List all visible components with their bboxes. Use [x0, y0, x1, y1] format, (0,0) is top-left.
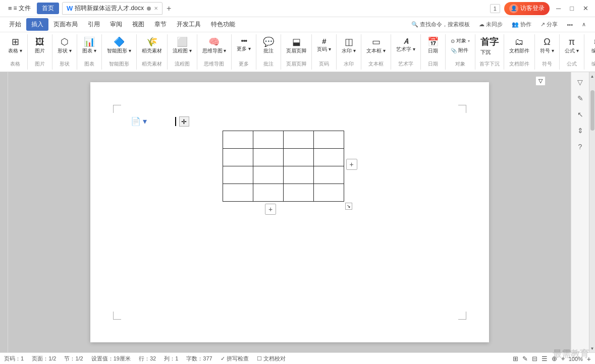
view-normal-icon[interactable]: ⊞ — [513, 355, 518, 362]
collapse-ribbon-btn[interactable]: ∧ — [579, 20, 589, 29]
more-ribbon-btn[interactable]: ••• — [564, 21, 576, 29]
section-info: 节：1/2 — [64, 355, 83, 362]
vertical-scrollbar[interactable]: ▲ ▼ — [589, 72, 595, 352]
scroll-track[interactable] — [589, 80, 595, 344]
spell-check[interactable]: ✓ 拼写检查 — [221, 355, 249, 362]
view-list-icon[interactable]: ☰ — [542, 355, 548, 362]
table-cell[interactable] — [283, 166, 313, 184]
table-cell[interactable] — [313, 149, 344, 166]
search-command-btn[interactable]: 🔍 查找命令，搜索模板 — [408, 20, 473, 29]
file-menu[interactable]: ≡ ≡ 文件 — [4, 3, 35, 14]
insert-textbox-btn[interactable]: ▭ 文本框 ▾ — [364, 36, 388, 55]
collaborate-btn[interactable]: 👥 协作 — [509, 20, 534, 29]
sync-btn[interactable]: ☁ 未同步 — [476, 20, 506, 29]
table-cell[interactable] — [313, 166, 344, 184]
insert-docpart-btn[interactable]: 🗂 文档部件 — [507, 36, 531, 55]
login-button[interactable]: 👤 访客登录 — [504, 2, 550, 15]
table-cell[interactable] — [253, 166, 283, 184]
table-cell[interactable] — [223, 131, 253, 149]
table-resize-handle[interactable]: ↘ — [345, 203, 352, 210]
table-cell[interactable] — [313, 131, 344, 149]
insert-object-btn[interactable]: ⊙ 对象 ▾ — [449, 36, 472, 45]
new-tab-button[interactable]: + — [165, 4, 173, 13]
position-info: 设置值：19厘米 — [91, 355, 131, 362]
status-bar: 页码：1 页面：1/2 节：1/2 设置值：19厘米 行：32 列：1 字数：3… — [0, 352, 595, 364]
insert-annotation-btn[interactable]: 💬 批注 — [259, 36, 278, 55]
close-button[interactable]: ✕ — [580, 5, 591, 12]
table-move-handle[interactable]: ✛ — [179, 116, 189, 127]
tab-layout[interactable]: 页面布局 — [48, 18, 83, 31]
document-table[interactable] — [223, 131, 344, 202]
scroll-thumb[interactable] — [590, 90, 594, 131]
table-add-column-btn[interactable]: + — [346, 159, 357, 170]
insert-attachment-btn[interactable]: 📎 附件 — [449, 46, 472, 55]
tab-review[interactable]: 审阅 — [105, 18, 127, 31]
tab-unsaved-dot — [147, 7, 151, 11]
group-textbox-label: 文本框 — [368, 60, 384, 69]
doc-match[interactable]: ☐ 文档校对 — [257, 355, 286, 362]
date-icon: 📅 — [427, 37, 439, 46]
tab-insert[interactable]: 插入 — [26, 18, 48, 31]
table-row — [223, 166, 344, 184]
insert-date-btn[interactable]: 📅 日期 — [424, 36, 442, 55]
group-chart-label: 图表 — [84, 60, 94, 69]
sidebar-cursor-btn[interactable]: ↖ — [573, 107, 587, 122]
insert-table-btn[interactable]: ⊞ 表格 ▾ — [6, 36, 24, 55]
table-cell[interactable] — [283, 131, 313, 149]
table-cell[interactable] — [313, 184, 344, 202]
sync-label: 未同步 — [486, 21, 503, 28]
ribbon-tabs: 开始 插入 页面布局 引用 审阅 视图 章节 开发工具 特色功能 🔍 查找命令，… — [0, 17, 595, 32]
insert-flowchart-btn[interactable]: ⬜ 流程图 ▾ — [171, 36, 194, 55]
insert-more-btn[interactable]: ••• 更多 ▾ — [235, 36, 253, 53]
tab-close-btn[interactable]: ✕ — [154, 6, 158, 11]
table-cell[interactable] — [283, 149, 313, 166]
home-tab-btn[interactable]: 首页 — [37, 3, 59, 14]
insert-shape-btn[interactable]: ⬡ 形状 ▾ — [56, 36, 74, 55]
tab-chapter[interactable]: 章节 — [149, 18, 172, 31]
table-cell[interactable] — [223, 166, 253, 184]
document-type-icon[interactable]: 📄 ▾ — [131, 116, 147, 126]
insert-formula-btn[interactable]: π 公式 ▾ — [563, 36, 581, 55]
tab-special[interactable]: 特色功能 — [206, 18, 240, 31]
document-area[interactable]: ▽ 📄 ▾ ✛ — [8, 72, 571, 352]
insert-chart-btn[interactable]: 📊 图表 ▾ — [80, 36, 98, 55]
insert-symbol-btn[interactable]: Ω 符号 ▾ — [538, 36, 556, 55]
insert-mindmap-btn[interactable]: 🧠 思维导图 ▾ — [200, 36, 229, 55]
sidebar-pen-btn[interactable]: ✎ — [573, 91, 587, 105]
scroll-up-btn[interactable]: ▲ — [589, 72, 595, 80]
insert-headerfooter-btn[interactable]: ⬓ 页眉页脚 — [284, 36, 308, 55]
table-cell[interactable] — [223, 149, 253, 166]
sidebar-filter-btn[interactable]: ▽ — [573, 75, 587, 89]
sidebar-help-btn[interactable]: ? — [573, 140, 587, 154]
insert-dropcap-btn[interactable]: 首字下沉 — [478, 36, 501, 56]
table-cell[interactable] — [283, 184, 313, 202]
restore-button[interactable]: □ — [567, 5, 576, 12]
view-edit-icon[interactable]: ✎ — [522, 355, 528, 362]
group-textbox: ▭ 文本框 ▾ 文本框 — [361, 34, 391, 70]
insert-smartart-btn[interactable]: 🔷 智能图形 ▾ — [105, 36, 133, 55]
minimize-button[interactable]: ─ — [554, 5, 563, 12]
insert-wordart-btn[interactable]: Ａ 艺术字 ▾ — [394, 36, 417, 54]
share-btn[interactable]: ↗ 分享 — [537, 20, 561, 29]
table-add-row-btn[interactable]: + — [265, 204, 276, 215]
view-read-icon[interactable]: ⊟ — [532, 355, 537, 362]
tab-view[interactable]: 视图 — [127, 18, 149, 31]
tab-reference[interactable]: 引用 — [83, 18, 105, 31]
insert-number-btn[interactable]: ≡ 编号 — [587, 36, 595, 55]
insert-watermark-btn[interactable]: ◫ 水印 ▾ — [340, 36, 358, 55]
group-smartart: 🔷 智能图形 ▾ 智能图形 — [102, 34, 137, 70]
table-cell[interactable] — [253, 184, 283, 202]
insert-picture-btn[interactable]: 🖼 图片 — [31, 36, 49, 55]
insert-material-btn[interactable]: 🌾 稻壳素材 — [140, 36, 164, 55]
table-cell[interactable] — [223, 184, 253, 202]
scroll-down-btn[interactable]: ▼ — [589, 344, 595, 352]
table-cell[interactable] — [253, 149, 283, 166]
doc-tab[interactable]: W 招聘新媒体运营人才.docx ✕ — [62, 2, 163, 15]
tab-home[interactable]: 开始 — [4, 18, 26, 31]
table-cell[interactable] — [253, 131, 283, 149]
group-headerfooter: ⬓ 页眉页脚 页眉页脚 — [281, 34, 312, 70]
insert-pagenumber-btn[interactable]: # 页码 ▾ — [315, 36, 333, 54]
panel-filter-btn[interactable]: ▽ — [535, 76, 546, 86]
tab-developer[interactable]: 开发工具 — [172, 18, 206, 31]
sidebar-adjust-btn[interactable]: ⇕ — [573, 124, 587, 138]
